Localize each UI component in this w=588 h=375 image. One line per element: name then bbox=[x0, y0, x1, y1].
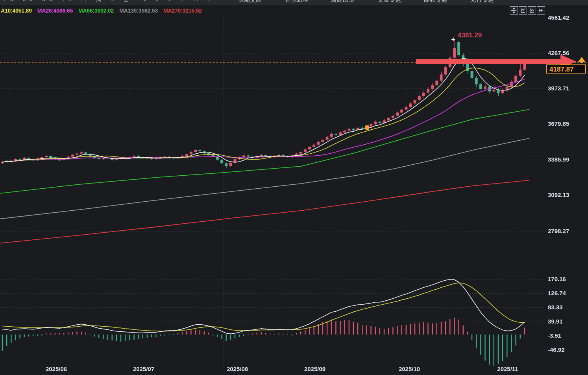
price-up-pointer-icon bbox=[578, 57, 586, 63]
price-axis-label: 2798.27 bbox=[548, 228, 587, 235]
peak-cross-marker: + bbox=[451, 35, 455, 43]
drawn-arrow-annotation[interactable] bbox=[0, 0, 588, 375]
menu-item-assistant[interactable]: 智能助理 bbox=[285, 0, 308, 4]
menu-item-topic-3[interactable]: 先行专题 bbox=[470, 0, 494, 4]
price-axis-label: 4267.56 bbox=[548, 50, 587, 57]
ma135-value: MA135:3562.53 bbox=[119, 7, 158, 14]
menu-item-quick-trade[interactable]: 快期交易 bbox=[238, 0, 262, 4]
current-price-tag: 4187.87 bbox=[546, 64, 586, 74]
indicator-axis-label: 170.16 bbox=[548, 276, 587, 283]
collapse-right-icon bbox=[538, 7, 544, 13]
crosshair-icon bbox=[511, 7, 517, 13]
indicator-axis-label: 39.91 bbox=[548, 318, 587, 325]
price-axis-label: 3385.99 bbox=[548, 156, 587, 163]
price-axis-label: 3973.71 bbox=[548, 85, 587, 92]
ma-legend: A10:4051.89 MA26:4086.65 MA66:3802.02 MA… bbox=[1, 7, 202, 14]
price-axis-label: 3679.85 bbox=[548, 120, 587, 127]
indicator-axis-label: 83.33 bbox=[548, 304, 587, 311]
ma26-value: MA26:4086.65 bbox=[37, 7, 73, 14]
date-axis-label: 2025/08 bbox=[222, 366, 253, 372]
date-axis-label: 2025/09 bbox=[299, 366, 331, 372]
top-toolbar: 10 30 60 1h 日 周 ≡ 画 fx ⌕ ⌕ ∠ △ ≐ 快期交易 智能… bbox=[0, 0, 588, 6]
date-axis-label: 2025/06 bbox=[41, 366, 72, 372]
chart-application-window: 10 30 60 1h 日 周 ≡ 画 fx ⌕ ⌕ ∠ △ ≐ 快期交易 智能… bbox=[0, 0, 588, 375]
axis-left-icon bbox=[520, 7, 526, 13]
peak-price-label: 4381.29 bbox=[458, 31, 482, 39]
y-axis-left-button[interactable] bbox=[519, 6, 527, 15]
ma66-value: MA66:3802.02 bbox=[78, 7, 114, 14]
price-axis-label: 3092.13 bbox=[548, 191, 587, 199]
collapse-pane-button[interactable] bbox=[537, 6, 545, 15]
toolbar-menu: 快期交易 智能助理 新建图形 资金专题 除权专题 先行专题 bbox=[238, 0, 494, 4]
indicator-axis-label: -46.92 bbox=[548, 346, 587, 353]
indicator-axis-label: 126.74 bbox=[548, 290, 587, 297]
price-axis-label: 4561.42 bbox=[548, 14, 587, 21]
timeframe-and-tool-buttons[interactable]: 10 30 60 1h 日 周 ≡ 画 fx ⌕ ⌕ ∠ △ ≐ bbox=[3, 0, 214, 3]
date-axis-label: 2025/11 bbox=[492, 366, 523, 372]
indicator-axis-label: -3.51 bbox=[548, 332, 587, 339]
ma10-value: A10:4051.89 bbox=[1, 7, 32, 14]
order-marker-icon bbox=[365, 125, 369, 130]
date-axis-label: 2025/07 bbox=[128, 366, 159, 372]
menu-item-new-chart[interactable]: 新建图形 bbox=[331, 0, 355, 4]
axis-right-icon bbox=[529, 7, 535, 13]
menu-item-funds-topic[interactable]: 资金专题 bbox=[377, 0, 401, 4]
pane-control-buttons bbox=[510, 6, 545, 15]
crosshair-button[interactable] bbox=[510, 6, 518, 15]
menu-item-topic-2[interactable]: 除权专题 bbox=[424, 0, 447, 4]
date-axis-label: 2025/10 bbox=[394, 366, 425, 372]
ma270-value: MA270:3215.52 bbox=[163, 7, 202, 14]
y-axis-right-button[interactable] bbox=[528, 6, 536, 15]
